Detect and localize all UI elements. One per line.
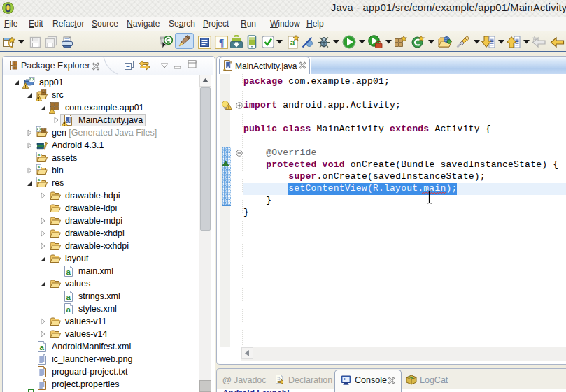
svg-text:¶: ¶ (219, 38, 225, 48)
svg-text:a: a (290, 38, 295, 48)
